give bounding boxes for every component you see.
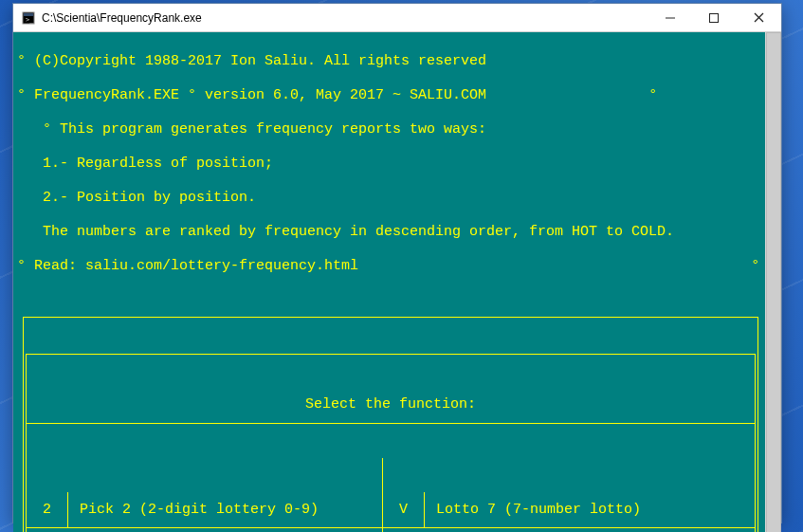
scroll-thumb[interactable] (766, 32, 781, 532)
bullet-icon: ° (17, 87, 26, 103)
intro-line: 2.- Position by position. (17, 190, 761, 207)
bullet-icon: ° (43, 121, 51, 138)
menu-key: 2 (27, 492, 68, 527)
menu-desc: Lotto 7 (7-number lotto) (425, 492, 755, 527)
bullet-icon: ° (17, 258, 26, 274)
menu-item[interactable]: VLotto 7 (7-number lotto) (383, 492, 755, 528)
intro-line: This program generates frequency reports… (51, 121, 486, 138)
app-icon: >_ (21, 10, 36, 26)
intro-line: 1.- Regardless of position; (17, 156, 761, 173)
svg-rect-4 (710, 13, 719, 22)
menu-desc: Pick 2 (2-digit lottery 0-9) (68, 492, 382, 527)
bullet-icon: ° (648, 87, 657, 103)
menu-title: Select the function: (27, 389, 755, 424)
menu-box: Select the function: 2Pick 2 (2-digit lo… (23, 317, 758, 532)
bullet-icon: ° (17, 53, 26, 69)
copyright-text: (C)Copyright 1988-2017 Ion Saliu. All ri… (26, 53, 486, 69)
close-button[interactable] (736, 4, 781, 31)
read-link: Read: saliu.com/lottery-frequency.html (26, 258, 358, 274)
minimize-button[interactable] (648, 4, 692, 31)
bullet-icon: ° (188, 87, 196, 103)
app-window: >_ C:\Scientia\FrequencyRank.exe ° (C)Co… (12, 3, 782, 523)
titlebar[interactable]: >_ C:\Scientia\FrequencyRank.exe (13, 4, 781, 32)
console-output[interactable]: ° (C)Copyright 1988-2017 Ion Saliu. All … (13, 32, 765, 532)
menu-column-left: 2Pick 2 (2-digit lottery 0-9) 3Pick 3 (3… (27, 458, 383, 532)
svg-text:>_: >_ (26, 16, 34, 24)
bullet-icon: ° (751, 258, 759, 274)
menu-column-right: VLotto 7 (7-number lotto) PPowerball / M… (383, 458, 755, 532)
menu-item[interactable]: 2Pick 2 (2-digit lottery 0-9) (27, 492, 382, 528)
window-title: C:\Scientia\FrequencyRank.exe (42, 11, 648, 25)
menu-key: V (383, 492, 425, 527)
intro-line: The numbers are ranked by frequency in d… (17, 224, 761, 241)
program-name: FrequencyRank.EXE (26, 87, 188, 103)
maximize-button[interactable] (692, 4, 736, 31)
program-version: version 6.0, May 2017 ~ SALIU.COM (196, 87, 486, 103)
vertical-scrollbar[interactable] (765, 32, 781, 532)
window-controls (648, 4, 781, 31)
